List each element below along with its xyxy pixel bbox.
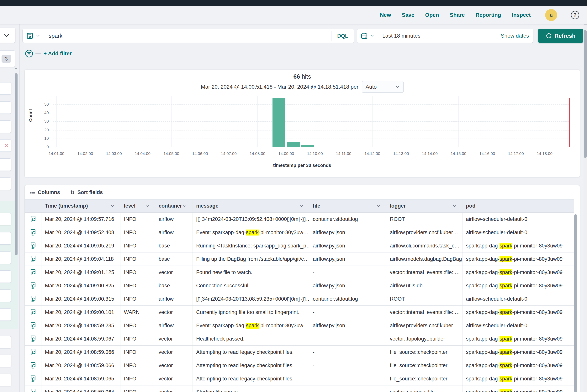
saved-query-menu-button[interactable]: [22, 29, 44, 43]
nav-item-inspect[interactable]: Inspect: [512, 12, 531, 18]
chevron-down-icon[interactable]: [110, 204, 118, 208]
field-item-partial[interactable]: [0, 82, 11, 95]
column-header-file[interactable]: file: [309, 200, 386, 212]
cell-level: INFO: [120, 252, 155, 266]
cell-file: -: [309, 332, 386, 345]
field-item-partial[interactable]: [0, 336, 11, 348]
expand-document-button[interactable]: [25, 292, 42, 306]
refresh-button[interactable]: Refresh: [538, 29, 583, 43]
field-item-partial[interactable]: [0, 355, 11, 367]
expand-document-button[interactable]: [25, 306, 42, 319]
column-header-time-timestamp-[interactable]: Time (timestamp): [42, 200, 120, 212]
field-item-partial[interactable]: [0, 308, 11, 321]
search-input[interactable]: spark: [44, 33, 331, 39]
table-row: Mar 20, 2024 @ 14:08:59.064INFOvectorSta…: [25, 386, 574, 392]
cell-logger: file_source::checkpointer: [386, 372, 462, 385]
cell-level: INFO: [120, 359, 155, 372]
cell-container: airflow: [155, 212, 193, 226]
nav-item-save[interactable]: Save: [402, 12, 414, 18]
expand-document-button[interactable]: [25, 279, 42, 292]
field-item-partial[interactable]: [0, 120, 11, 133]
sidebar-scrollbar[interactable]: [15, 73, 18, 255]
avatar[interactable]: a: [545, 9, 557, 21]
expand-document-button[interactable]: [25, 239, 42, 252]
field-item-partial[interactable]: [0, 290, 11, 302]
chevron-down-icon[interactable]: [452, 204, 460, 208]
expand-document-button[interactable]: [25, 346, 42, 359]
nav-item-open[interactable]: Open: [425, 12, 439, 18]
cell-logger: file_source::checkpointer: [386, 359, 462, 372]
histogram-bar[interactable]: [272, 98, 286, 147]
log-table: Time (timestamp)levelcontainermessagefil…: [25, 199, 574, 392]
cell-time: Mar 20, 2024 @ 14:08:59.235: [42, 319, 120, 332]
column-header-logger[interactable]: logger: [386, 200, 462, 212]
expand-document-button[interactable]: [25, 226, 42, 239]
cell-message: Event: sparkapp-dag-spark-pi-monitor-80y…: [193, 319, 309, 332]
expand-document-button[interactable]: [25, 266, 42, 279]
chevron-down-icon[interactable]: [145, 204, 152, 208]
y-tick-label: 50: [37, 102, 49, 106]
table-row: Mar 20, 2024 @ 14:09:57.716INFOairflow[▯…: [25, 212, 574, 226]
cell-level: INFO: [120, 372, 155, 385]
time-range-value[interactable]: Last 18 minutes: [378, 33, 420, 39]
sidebar-scroll-up-arrow[interactable]: [15, 68, 18, 69]
cell-file: -: [309, 386, 386, 392]
field-item-partial[interactable]: [0, 252, 11, 264]
y-axis-label: Count: [28, 109, 33, 122]
expand-document-button[interactable]: [25, 212, 42, 226]
cell-container: vector: [155, 359, 193, 372]
nav-item-reporting[interactable]: Reporting: [476, 12, 501, 18]
table-scrollbar[interactable]: [574, 214, 577, 392]
chevron-down-icon[interactable]: [299, 204, 306, 208]
field-item-partial[interactable]: ✕: [0, 139, 11, 152]
table-row: Mar 20, 2024 @ 14:09:04.118INFObaseFilli…: [25, 252, 574, 266]
cell-pod: sparkapp-dag-spark-pi-monitor-80y3uw09: [462, 372, 574, 385]
column-header-pod[interactable]: pod: [462, 200, 574, 212]
chevron-down-icon[interactable]: [376, 204, 384, 208]
expand-document-button[interactable]: [25, 252, 42, 266]
cell-message: Filling up the DagBag from /stackable/ap…: [193, 252, 309, 266]
field-item-partial[interactable]: [0, 270, 11, 283]
field-item-partial[interactable]: [0, 178, 11, 190]
columns-button[interactable]: Columns: [30, 190, 60, 196]
histogram-bar[interactable]: [301, 145, 314, 147]
nav-item-share[interactable]: Share: [450, 12, 465, 18]
cell-level: INFO: [120, 239, 155, 252]
x-tick-label: 14:10:00: [307, 151, 323, 156]
field-item-partial[interactable]: [0, 213, 11, 225]
column-header-message[interactable]: message: [193, 200, 309, 212]
remove-field-icon[interactable]: ✕: [4, 142, 9, 148]
column-header-level[interactable]: level: [120, 200, 155, 212]
field-item-partial[interactable]: [0, 374, 11, 386]
expand-document-button[interactable]: [25, 386, 42, 392]
expand-document-button[interactable]: [25, 319, 42, 332]
filter-icon[interactable]: [25, 49, 34, 58]
sort-fields-button[interactable]: Sort fields: [70, 190, 103, 196]
sidebar-collapse-button[interactable]: [0, 28, 16, 43]
cell-message: [▯[34m2024-03-20T13:08:59.235+0000▯[0m] …: [193, 292, 309, 306]
cell-message: Starting file server.: [193, 386, 309, 392]
expand-document-button[interactable]: [25, 359, 42, 372]
histogram-bar[interactable]: [287, 142, 300, 147]
field-item-partial[interactable]: [0, 232, 11, 244]
cell-message: Attempting to read legacy checkpoint fil…: [193, 346, 309, 359]
page-scrollbar-thumb[interactable]: [584, 30, 586, 158]
date-quick-select-button[interactable]: [357, 32, 378, 40]
field-item-partial[interactable]: [0, 101, 11, 114]
chevron-down-icon[interactable]: [182, 204, 190, 208]
y-gridline: [53, 130, 570, 130]
cell-time: Mar 20, 2024 @ 14:09:00.825: [42, 279, 120, 292]
sort-fields-label: Sort fields: [78, 190, 103, 196]
expand-document-button[interactable]: [25, 332, 42, 345]
histogram-chart[interactable]: 14:01:0014:02:0014:03:0014:04:0014:05:00…: [25, 70, 580, 177]
add-filter-button[interactable]: + Add filter: [44, 50, 72, 57]
field-item-partial[interactable]: [0, 158, 11, 171]
columns-icon: [30, 190, 36, 195]
help-icon[interactable]: ?: [571, 11, 579, 19]
query-language-button[interactable]: DQL: [332, 33, 354, 39]
expand-document-button[interactable]: [25, 372, 42, 385]
nav-item-new[interactable]: New: [380, 12, 391, 18]
cell-container: airflow: [155, 226, 193, 239]
show-dates-button[interactable]: Show dates: [501, 33, 533, 39]
column-header-container[interactable]: container: [155, 200, 193, 212]
